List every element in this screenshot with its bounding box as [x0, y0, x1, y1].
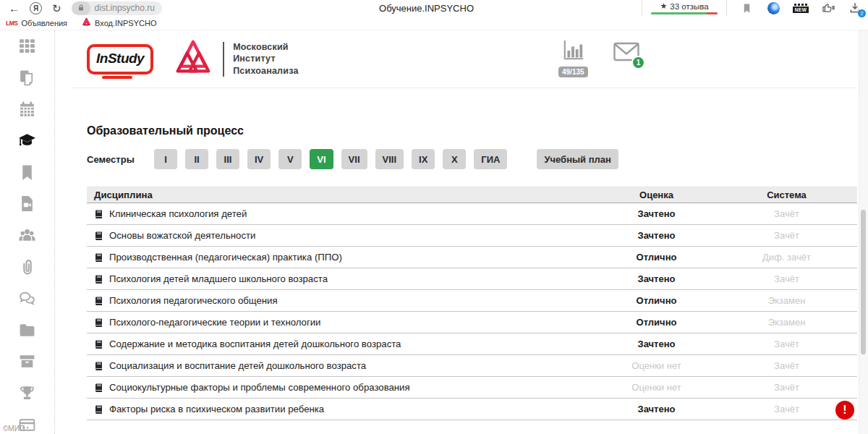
table-row[interactable]: Факторы риска в психическом развитии реб… — [87, 399, 857, 420]
extension-new-icon[interactable]: NEW — [793, 4, 809, 13]
grade-value: Зачтено — [597, 230, 716, 241]
semester-button-Учебный план[interactable]: Учебный план — [537, 149, 618, 169]
semester-button-IX[interactable]: IX — [412, 149, 435, 169]
mail-button[interactable]: 1 — [613, 42, 639, 64]
lock-icon[interactable] — [72, 1, 90, 15]
extension-globe-icon[interactable] — [766, 1, 780, 15]
page-title: Образовательный процесс — [87, 124, 857, 137]
grade-value: Отлично — [597, 252, 716, 263]
book-icon — [94, 209, 103, 219]
table-row[interactable]: Психолого-педагогические теории и технол… — [87, 312, 857, 333]
system-value: Зачёт — [716, 339, 857, 349]
discipline-name: Факторы риска в психическом развитии реб… — [109, 404, 324, 414]
book-icon — [94, 252, 103, 263]
grade-value: Оценки нет — [597, 382, 716, 393]
grade-value: Отлично — [597, 317, 716, 328]
folder-icon[interactable] — [18, 320, 37, 339]
semester-button-ГИА[interactable]: ГИА — [474, 149, 507, 169]
book-icon — [94, 231, 103, 241]
grade-value: Зачтено — [597, 404, 716, 414]
bookmark-icon[interactable] — [18, 163, 37, 182]
downloads-icon[interactable]: 2 — [848, 1, 862, 15]
lms-page: ©МИП InStudy Московский Институт Психоан… — [0, 30, 868, 434]
progress-stats[interactable]: 49/135 — [558, 39, 588, 77]
site-header: InStudy Московский Институт Психоанализа… — [72, 30, 857, 88]
system-value: Зачёт — [716, 360, 857, 371]
table-row[interactable]: Основы вожатской деятельности Зачтено За… — [87, 225, 857, 247]
column-system: Система — [716, 190, 857, 200]
copyright-label: ©МИП — [3, 425, 25, 433]
bookmark-flag-icon[interactable] — [739, 1, 754, 15]
discipline-name: Содержание и методика воспитания детей д… — [109, 339, 401, 349]
thumbs-rating-icon[interactable] — [821, 1, 835, 15]
book-icon — [94, 274, 103, 284]
browser-logo-icon[interactable]: Я — [30, 2, 42, 14]
main-content: InStudy Московский Институт Психоанализа… — [72, 30, 857, 434]
table-body: Клиническая психология детей Зачтено Зач… — [87, 203, 857, 420]
discipline-name: Основы вожатской деятельности — [109, 230, 255, 241]
semesters-label: Семестры — [87, 154, 154, 165]
disciplines-table: Дисциплина Оценка Система Клиническая пс… — [87, 187, 857, 420]
archive-icon[interactable] — [18, 352, 37, 371]
bookmark-label: Вход.INPSYCHO — [95, 19, 156, 27]
semester-button-VI[interactable]: VI — [310, 149, 333, 169]
semester-buttons: IIIIIIIVVVIVIIVIIIIXXГИАУчебный план — [154, 149, 618, 169]
video-file-icon[interactable] — [18, 195, 37, 213]
calendar-icon[interactable] — [18, 100, 37, 119]
semester-button-IV[interactable]: IV — [247, 149, 271, 169]
system-value: Экзамен — [716, 295, 857, 306]
instudy-logo[interactable]: InStudy — [87, 44, 153, 75]
apps-grid-icon[interactable] — [18, 37, 37, 56]
book-icon — [94, 383, 103, 393]
bookmark-inpsycho-login[interactable]: Вход.INPSYCHO — [82, 17, 156, 28]
discipline-name: Производственная (педагогическая) практи… — [109, 252, 342, 263]
table-row[interactable]: Клиническая психология детей Зачтено Зач… — [87, 203, 857, 225]
semester-button-I[interactable]: I — [154, 149, 177, 169]
bookmark-announcements[interactable]: LMS Объявления — [6, 19, 67, 27]
reload-button[interactable]: ↻ — [52, 3, 61, 14]
column-discipline: Дисциплина — [87, 190, 597, 200]
back-button[interactable]: ← — [9, 3, 20, 14]
site-reviews[interactable]: ★ 33 отзыва — [642, 0, 727, 16]
semester-button-X[interactable]: X — [443, 149, 466, 169]
alert-icon[interactable]: ! — [835, 401, 854, 420]
logo-divider — [223, 42, 224, 77]
mip-triangles-logo[interactable] — [174, 38, 213, 81]
semester-button-II[interactable]: II — [185, 149, 208, 169]
table-row[interactable]: Социокультурные факторы и проблемы совре… — [87, 377, 857, 399]
browser-toolbar: ← Я ↻ dist.inpsycho.ru Обучение.INPSYCHO… — [0, 0, 868, 16]
address-bar[interactable]: dist.inpsycho.ru — [72, 1, 162, 15]
column-grade: Оценка — [597, 190, 716, 200]
mail-count-badge: 1 — [631, 56, 645, 69]
table-row[interactable]: Производственная (педагогическая) практи… — [87, 247, 857, 268]
semester-button-V[interactable]: V — [278, 149, 302, 169]
rating-bar — [651, 12, 718, 14]
table-row[interactable]: Социализация и воспитание детей дошкольн… — [87, 355, 857, 377]
semester-button-VII[interactable]: VII — [341, 149, 367, 169]
documents-icon[interactable] — [18, 69, 37, 88]
semester-button-III[interactable]: III — [216, 149, 239, 169]
discipline-name: Психология детей младшего школьного возр… — [109, 273, 328, 284]
grade-value: Зачтено — [597, 339, 716, 349]
institute-name: Московский Институт Психоанализа — [233, 41, 298, 77]
chat-icon[interactable] — [18, 289, 37, 308]
bookmark-label: Объявления — [21, 19, 67, 27]
page-title-chrome: Обучение.INPSYCHO — [379, 3, 474, 14]
bookmarks-bar: LMS Объявления Вход.INPSYCHO — [0, 16, 868, 30]
group-icon[interactable] — [18, 226, 37, 245]
scrollbar-thumb[interactable] — [861, 210, 866, 354]
discipline-name: Психолого-педагогические теории и технол… — [109, 317, 320, 328]
mip-favicon — [82, 17, 91, 28]
attachment-icon[interactable] — [18, 258, 37, 276]
book-icon — [94, 318, 103, 328]
table-row[interactable]: Психология педагогического общения Отлич… — [87, 290, 857, 312]
trophy-icon[interactable] — [18, 384, 37, 403]
grade-value: Оценки нет — [597, 360, 716, 371]
grade-value: Зачтено — [597, 208, 716, 219]
progress-badge: 49/135 — [558, 67, 588, 77]
semester-button-VIII[interactable]: VIII — [375, 149, 404, 169]
education-cap-icon[interactable] — [18, 132, 37, 150]
table-row[interactable]: Психология детей младшего школьного возр… — [87, 268, 857, 290]
grade-value: Отлично — [597, 295, 716, 306]
table-row[interactable]: Содержание и методика воспитания детей д… — [87, 333, 857, 355]
